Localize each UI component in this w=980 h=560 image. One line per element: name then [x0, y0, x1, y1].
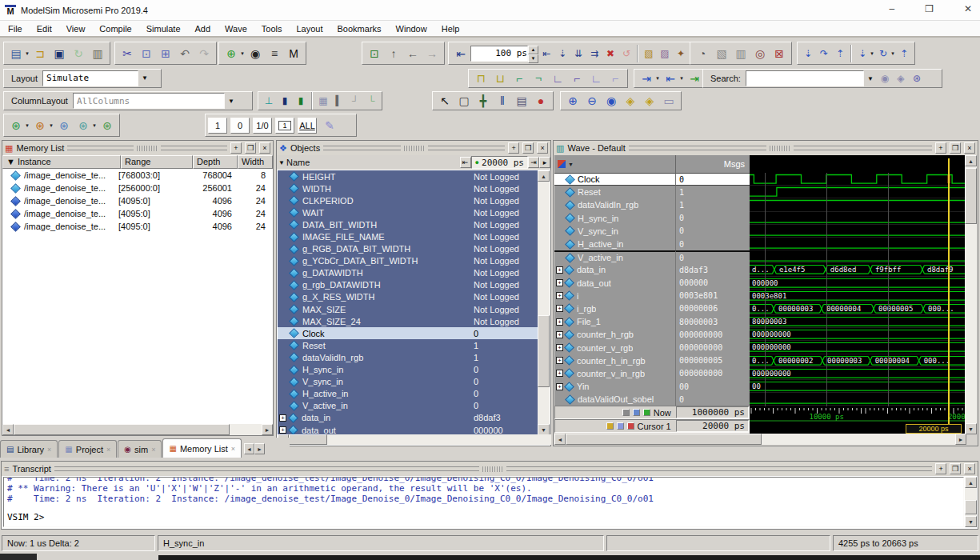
objects-row-H_sync_in[interactable]: H_sync_in0	[278, 364, 539, 376]
waveform-lane-Yin[interactable]: 00	[750, 380, 966, 393]
menu-view[interactable]: View	[66, 24, 86, 34]
waveform-lane-dataValidOut_sobel[interactable]	[750, 393, 966, 406]
memory-table-row[interactable]: /image_denoise_te...[768003:0]7680048	[2, 169, 273, 182]
memory-table-row[interactable]: /image_denoise_te...[256000:0]25600124	[2, 182, 273, 194]
link-button[interactable]: ⊡	[365, 44, 384, 63]
print-button[interactable]: ▥	[88, 44, 107, 63]
tab-close-icon[interactable]: ×	[231, 445, 235, 453]
objects-row-WAIT[interactable]: WAITNot Logged	[278, 206, 539, 218]
search-combo-arrow[interactable]: ▼	[864, 71, 877, 86]
wave-timeline-ruler[interactable]: 10000 ps20000	[750, 406, 966, 424]
menu-add[interactable]: Add	[195, 24, 211, 34]
waveform-lane-Clock[interactable]	[750, 173, 966, 186]
header-expand-button[interactable]: ▸	[539, 157, 550, 168]
wave-row-V_sync_in[interactable]: V_sync_in0	[554, 225, 750, 238]
memory-column-depth[interactable]: Depth	[193, 155, 238, 169]
transcript-prompt[interactable]: VSIM 2>	[7, 512, 963, 522]
waveform-lane-counter_h_in_rgb[interactable]: 0...000000020000000300000004000...	[750, 354, 966, 367]
menu-layout[interactable]: Layout	[297, 24, 323, 34]
force-deposit-dropdown[interactable]: ▾	[91, 122, 98, 129]
float-button[interactable]: ❒	[950, 463, 961, 474]
sort-arrow-icon[interactable]: ▼	[277, 159, 286, 166]
objects-hscrollbar[interactable]: ◄	[278, 434, 551, 445]
wave-row-counter_h_in_rgb[interactable]: +counter_h_in_rgb000000005	[554, 354, 750, 367]
expand-icon[interactable]: +	[556, 292, 563, 299]
close-button[interactable]: ✕	[964, 3, 972, 14]
refresh-button[interactable]: ↻	[69, 44, 88, 63]
time-forward-button[interactable]: ⇥	[528, 157, 539, 168]
change-value-button[interactable]: ⌐	[606, 69, 625, 88]
wave-row-H_sync_in[interactable]: H_sync_in0	[554, 212, 750, 225]
objects-row-data_out[interactable]: +data_out000000	[278, 424, 539, 435]
objects-row-CLKPERIOD[interactable]: CLKPERIODNot Logged	[278, 194, 539, 206]
run-all-button[interactable]: ⇊	[570, 46, 586, 62]
waveform-lane-Reset[interactable]	[750, 186, 966, 198]
pan-mode-button[interactable]: ╋	[474, 91, 493, 110]
objects-row-IMAGE_FILE_NAME[interactable]: IMAGE_FILE_NAMENot Logged	[278, 230, 539, 242]
restart-run-dropdown[interactable]: ▾	[890, 50, 896, 57]
cut-button[interactable]: ✂	[118, 44, 137, 63]
wave-row-counter_v_rgb[interactable]: +counter_v_rgb000000000	[554, 341, 750, 354]
time-back-button[interactable]: ⇤	[460, 157, 471, 168]
code-coverage-button[interactable]: ◎	[750, 44, 770, 63]
expand-icon[interactable]: +	[556, 318, 563, 326]
paste-button[interactable]: ⊞	[156, 44, 175, 63]
status-dot-icon[interactable]	[643, 409, 650, 416]
transcript-output[interactable]: # Time: 2 ns Iteration: 2 Instance: /ima…	[3, 477, 964, 527]
profile-button[interactable]: ▨	[657, 46, 673, 62]
expand-icon[interactable]: +	[279, 426, 286, 434]
waveform-lane-data_in[interactable]: d...e1e4f5d6d8edf9fbffd8daf9	[750, 263, 966, 276]
waveform-lane-i[interactable]: 0003e801	[750, 290, 966, 302]
restore-button[interactable]: ⇤	[451, 44, 470, 63]
select-mode-button[interactable]: ↖	[435, 91, 454, 110]
memory-column-range[interactable]: Range	[121, 155, 193, 169]
wave-vscrollbar[interactable]: ▲ ▼	[965, 155, 977, 434]
display-icon[interactable]	[633, 409, 640, 416]
chevron-down-icon[interactable]: ▼	[568, 162, 574, 167]
add-button[interactable]: ⊕	[222, 44, 241, 63]
layout-combo-input[interactable]	[43, 73, 138, 83]
memory-list-hscrollbar[interactable]: ◄ ►	[2, 424, 273, 435]
drag-grip[interactable]	[770, 146, 790, 151]
stimulus-clock-button[interactable]: 1	[275, 118, 294, 134]
objects-row-g_rgb_DATAWIDTH[interactable]: g_rgb_DATAWIDTHNot Logged	[278, 279, 539, 291]
extend-cycles-button[interactable]: ∟	[586, 69, 606, 88]
tab-scroll-left-button[interactable]: ◄	[244, 443, 254, 454]
layout-combo-arrow[interactable]: ▼	[138, 71, 151, 86]
wave-names-header[interactable]: ▼	[554, 155, 676, 173]
objects-row-HEIGHT[interactable]: HEIGHTNot Logged	[278, 170, 539, 182]
force-deposit-button[interactable]: ⊛	[74, 116, 93, 135]
objects-vscrollbar[interactable]: ▲ ▼	[538, 170, 550, 435]
dock-button[interactable]: +	[230, 142, 242, 154]
run-button[interactable]: ⇣	[554, 46, 570, 62]
close-pane-button[interactable]: ×	[537, 142, 548, 154]
float-button[interactable]: ❒	[522, 142, 534, 154]
expand-icon[interactable]: +	[556, 383, 563, 390]
memory-list-titlebar[interactable]: ▦ Memory List + ❒ ×	[2, 141, 273, 155]
cursor-mode-button[interactable]: ‖	[493, 91, 512, 110]
zoom-between-cursors-button[interactable]: ◈	[640, 91, 659, 110]
objects-row-g_RGB_DATA_BIT_WIDTH[interactable]: g_RGB_DATA_BIT_WIDTHNot Logged	[278, 243, 539, 255]
modelsim-button[interactable]: M	[284, 44, 303, 63]
objects-row-Clock[interactable]: Clock0	[278, 327, 539, 339]
break-button[interactable]: ✖	[602, 46, 618, 62]
restart-run-button[interactable]: ↻	[875, 46, 891, 62]
close-pane-button[interactable]: ×	[964, 142, 975, 154]
objects-row-MAX_SIZE_24[interactable]: MAX_SIZE_24Not Logged	[278, 315, 539, 327]
dock-button[interactable]: +	[935, 142, 946, 154]
menu-file[interactable]: File	[8, 24, 22, 34]
stop-button[interactable]: ↺	[618, 46, 634, 62]
memory-analyze-button[interactable]: ▥	[731, 44, 750, 63]
stimulus-all-button[interactable]: ALL	[298, 118, 317, 134]
collapse-range-end-button[interactable]: └	[363, 93, 379, 109]
menu-wave[interactable]: Wave	[225, 24, 247, 34]
objects-row-Reset[interactable]: Reset1	[278, 339, 539, 351]
add-dropdown[interactable]: ▾	[239, 50, 246, 57]
tab-memory-list[interactable]: ▦Memory List×	[162, 438, 242, 458]
expand-icon[interactable]: +	[556, 331, 563, 338]
tab-close-icon[interactable]: ×	[47, 446, 51, 454]
chip-icon[interactable]	[622, 409, 630, 416]
lock-icon[interactable]	[606, 422, 614, 430]
noforce-button[interactable]: ⊛	[98, 116, 117, 135]
wave-titlebar[interactable]: ▥ Wave - Default + ❒ ×	[554, 141, 978, 155]
